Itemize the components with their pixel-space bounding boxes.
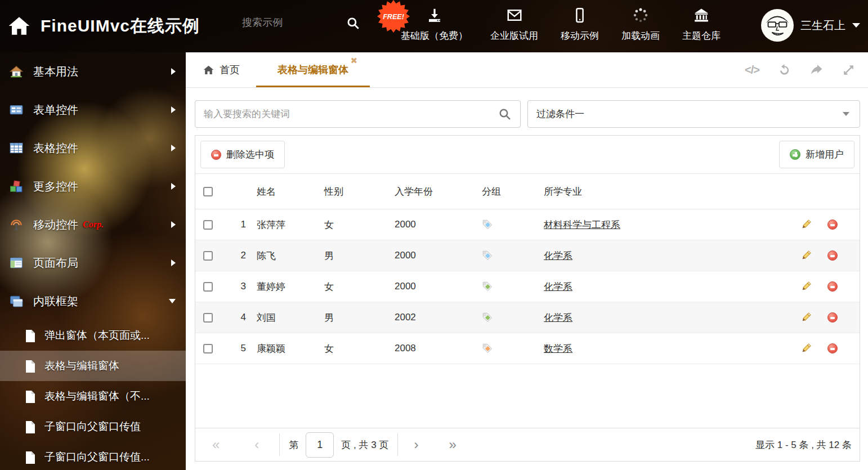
mobile-icon	[571, 7, 588, 26]
column-header-year[interactable]: 入学年份	[395, 185, 482, 198]
code-icon[interactable]	[745, 64, 759, 77]
column-header-group[interactable]: 分组	[482, 185, 544, 198]
file-icon	[25, 360, 36, 372]
sidebar-subitem-grid-edit-window-2[interactable]: 表格与编辑窗体（不...	[0, 381, 186, 411]
row-index: 4	[221, 312, 246, 323]
column-header-major[interactable]: 所学专业	[544, 185, 775, 198]
cell-year: 2000	[395, 281, 482, 292]
cell-name: 刘国	[246, 311, 324, 324]
row-checkbox[interactable]	[203, 220, 213, 230]
edit-icon[interactable]	[800, 312, 812, 323]
tab-home[interactable]: 首页	[203, 52, 240, 87]
tag-icon[interactable]	[482, 312, 493, 323]
nav-enterprise-trial[interactable]: 企业版试用	[490, 7, 538, 42]
delete-icon[interactable]	[827, 343, 838, 353]
sidebar-item-grid-controls[interactable]: 表格控件	[0, 129, 186, 167]
table-row[interactable]: 2 陈飞 男 2000 化学系	[195, 240, 860, 271]
nav-item-label: 加载动画	[621, 29, 660, 42]
edit-icon[interactable]	[800, 343, 812, 354]
nav-item-label: 企业版试用	[490, 29, 538, 42]
tab-grid-edit-window[interactable]: 表格与编辑窗体 ✖	[256, 52, 370, 87]
sidebar-item-form-controls[interactable]: 表单控件	[0, 91, 186, 129]
delete-selected-button[interactable]: 删除选中项	[200, 141, 285, 168]
row-index: 1	[221, 219, 246, 230]
file-icon	[25, 420, 36, 433]
table-icon	[9, 141, 25, 155]
table-row[interactable]: 5 康颖颖 女 2008 数学系	[195, 333, 860, 364]
sidebar-item-iframe[interactable]: 内联框架	[0, 282, 186, 320]
row-index: 2	[221, 250, 246, 261]
delete-icon[interactable]	[827, 281, 838, 292]
nav-theme-repo[interactable]: 主题仓库	[682, 7, 721, 42]
row-index: 5	[221, 343, 246, 354]
expand-icon[interactable]	[842, 63, 856, 77]
header-nav: FREE! 基础版（免费） 企业版试用 移动示例	[401, 7, 721, 42]
sidebar-subitem-child-to-parent[interactable]: 子窗口向父窗口传值	[0, 411, 186, 442]
header-search	[242, 17, 360, 29]
search-icon[interactable]	[346, 16, 360, 30]
tag-icon[interactable]	[482, 219, 493, 230]
table-row[interactable]: 1 张萍萍 女 2000 材料科学与工程系	[195, 209, 860, 240]
close-icon[interactable]: ✖	[350, 56, 357, 65]
tag-icon[interactable]	[482, 343, 493, 354]
data-grid-panel: 删除选中项 新增用户 姓名 性别 入学年份 分组 所学专业 1	[195, 135, 860, 462]
plus-circle-icon	[790, 149, 800, 160]
sidebar-subitem-grid-edit-window[interactable]: 表格与编辑窗体	[0, 351, 186, 381]
chevron-right-icon	[171, 221, 176, 228]
home-icon[interactable]	[8, 15, 30, 37]
keyword-search-input[interactable]	[195, 100, 521, 128]
column-header-name[interactable]: 姓名	[246, 185, 324, 198]
edit-icon[interactable]	[800, 219, 812, 230]
search-icon[interactable]	[498, 107, 512, 121]
row-checkbox[interactable]	[203, 251, 213, 261]
row-checkbox[interactable]	[203, 344, 213, 353]
sidebar-item-more-controls[interactable]: 更多控件	[0, 167, 186, 205]
sidebar-item-basic-usage[interactable]: 基本用法	[0, 52, 186, 91]
app-title: FineUIMvc在线示例	[41, 15, 200, 38]
tag-icon[interactable]	[482, 281, 493, 292]
header-search-input[interactable]	[242, 17, 332, 29]
delete-icon[interactable]	[827, 312, 838, 323]
sidebar-subitem-child-to-parent-2[interactable]: 子窗口向父窗口传值...	[0, 442, 186, 470]
delete-icon[interactable]	[827, 250, 838, 261]
major-link[interactable]: 数学系	[544, 342, 572, 355]
filter-dropdown[interactable]: 过滤条件一	[527, 100, 860, 128]
sidebar-subitem-popup-window[interactable]: 弹出窗体（本页面或...	[0, 320, 186, 351]
nav-item-label: 主题仓库	[682, 29, 721, 42]
refresh-icon[interactable]	[777, 63, 791, 77]
chevron-right-icon	[171, 145, 176, 151]
chevron-down-icon	[843, 112, 849, 116]
cell-gender: 女	[324, 342, 395, 355]
table-row[interactable]: 3 董婷婷 女 2000 化学系	[195, 271, 860, 302]
delete-icon[interactable]	[827, 220, 838, 230]
last-page-icon[interactable]	[449, 438, 456, 451]
row-checkbox[interactable]	[203, 313, 213, 323]
share-icon[interactable]	[809, 63, 824, 77]
first-page-icon[interactable]	[212, 438, 220, 451]
next-page-icon[interactable]	[414, 438, 418, 451]
file-icon	[25, 451, 36, 463]
column-header-gender[interactable]: 性别	[324, 185, 395, 198]
cell-gender: 女	[324, 218, 395, 231]
nav-loading-animation[interactable]: 加载动画	[621, 7, 660, 42]
select-all-checkbox[interactable]	[203, 187, 213, 196]
home-icon	[9, 64, 25, 79]
sidebar-item-page-layout[interactable]: 页面布局	[0, 244, 186, 282]
major-link[interactable]: 化学系	[544, 249, 572, 262]
page-number-input[interactable]	[306, 432, 334, 458]
major-link[interactable]: 化学系	[544, 311, 572, 324]
user-menu[interactable]: 三生石上	[761, 9, 860, 42]
add-user-button[interactable]: 新增用户	[779, 141, 854, 168]
prev-page-icon[interactable]	[254, 438, 259, 451]
edit-icon[interactable]	[800, 281, 812, 292]
row-checkbox[interactable]	[203, 282, 213, 292]
nav-mobile-demo[interactable]: 移动示例	[561, 7, 599, 42]
table-row[interactable]: 4 刘国 男 2002 化学系	[195, 302, 860, 333]
sidebar-item-mobile-controls[interactable]: 移动控件 Corp.	[0, 205, 186, 244]
major-link[interactable]: 材料科学与工程系	[544, 218, 620, 231]
major-link[interactable]: 化学系	[544, 280, 572, 293]
page-suffix: 页 , 共 3 页	[341, 438, 388, 451]
edit-icon[interactable]	[800, 250, 812, 261]
nav-basic-edition[interactable]: FREE! 基础版（免费）	[401, 7, 468, 42]
tag-icon[interactable]	[482, 250, 493, 261]
